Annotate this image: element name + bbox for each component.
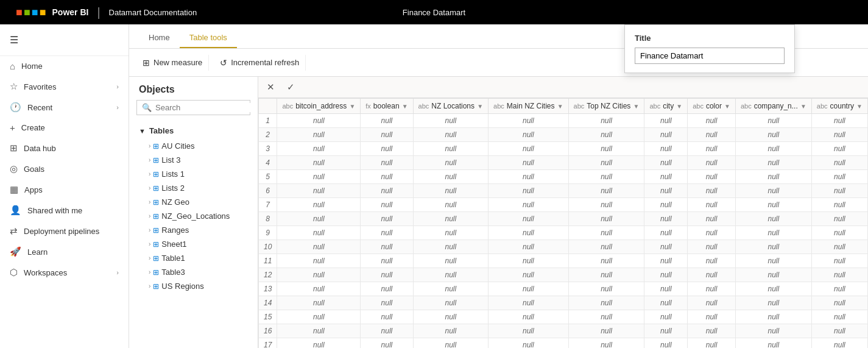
sidebar-item-apps[interactable]: ▦ Apps <box>0 179 129 200</box>
new-measure-button[interactable]: ⊞ New measure <box>136 55 209 71</box>
col-header-nz-locations[interactable]: abc NZ Locations ▼ <box>413 99 489 114</box>
sidebar-item-deployment[interactable]: ⇄ Deployment pipelines <box>0 221 129 241</box>
hamburger-button[interactable]: ☰ <box>0 29 129 51</box>
tree-item-nz-geo[interactable]: › ⊞ NZ Geo <box>129 195 258 209</box>
col-dropdown-icon[interactable]: ▼ <box>349 103 355 110</box>
tree-item-table3[interactable]: › ⊞ Table3 <box>129 265 258 279</box>
table-icon: ⊞ <box>153 142 159 151</box>
incremental-refresh-button[interactable]: ↺ Incremental refresh <box>214 55 306 71</box>
table-cell: null <box>735 184 811 198</box>
table-row: 12nullnullnullnullnullnullnullnullnull <box>259 268 868 282</box>
table-cell: null <box>644 114 688 128</box>
table-cell: null <box>489 212 569 226</box>
objects-search[interactable]: 🔍 <box>136 100 250 115</box>
sidebar-item-create[interactable]: + Create <box>0 118 129 138</box>
table-cell: null <box>277 114 361 128</box>
sidebar-item-deployment-label: Deployment pipelines <box>24 227 119 236</box>
discard-button[interactable]: ✕ <box>263 80 278 94</box>
powerbi-label: Power BI <box>52 7 89 17</box>
table-cell: null <box>413 310 489 324</box>
tree-item-lists1[interactable]: › ⊞ Lists 1 <box>129 167 258 181</box>
col-header-bitcoin-address[interactable]: abc bitcoin_address ▼ <box>277 99 361 114</box>
table-cell: null <box>413 338 489 349</box>
col-header-country[interactable]: abc country ▼ <box>811 99 867 114</box>
row-number: 14 <box>259 296 277 310</box>
confirm-button[interactable]: ✓ <box>283 80 298 94</box>
tree-item-sheet1[interactable]: › ⊞ Sheet1 <box>129 237 258 251</box>
sidebar-item-home[interactable]: ⌂ Home <box>0 56 129 76</box>
tree-item-label: AU Cities <box>161 141 194 151</box>
table-cell: null <box>811 254 867 268</box>
col-dropdown-icon[interactable]: ▼ <box>724 103 730 110</box>
title-input[interactable] <box>635 48 785 64</box>
table-cell: null <box>277 310 361 324</box>
sidebar-item-recent[interactable]: 🕐 Recent › <box>0 97 129 118</box>
col-dropdown-icon[interactable]: ▼ <box>800 103 806 110</box>
col-label: city <box>663 102 674 110</box>
col-header-main-nz-cities[interactable]: abc Main NZ Cities ▼ <box>489 99 569 114</box>
table-cell: null <box>568 310 644 324</box>
table-cell: null <box>735 142 811 156</box>
tables-section-header[interactable]: ▼ Tables <box>129 123 258 139</box>
sidebar-item-favorites[interactable]: ☆ Favorites › <box>0 76 129 97</box>
sidebar-item-data-hub[interactable]: ⊞ Data hub <box>0 138 129 158</box>
col-dropdown-icon[interactable]: ▼ <box>856 103 863 110</box>
tree-item-us-regions[interactable]: › ⊞ US Regions <box>129 279 258 293</box>
table-cell: null <box>361 170 413 184</box>
table-icon: ⊞ <box>153 156 159 165</box>
tree-item-lists2[interactable]: › ⊞ Lists 2 <box>129 181 258 195</box>
table-icon: ⊞ <box>153 240 159 249</box>
col-type-icon: abc <box>741 102 752 110</box>
tab-table-tools[interactable]: Table tools <box>180 28 237 48</box>
col-dropdown-icon[interactable]: ▼ <box>633 103 640 110</box>
col-header-company-n[interactable]: abc company_n... ▼ <box>735 99 811 114</box>
favorites-icon: ☆ <box>10 81 18 92</box>
tab-home[interactable]: Home <box>139 28 180 48</box>
tree-item-nz-geo-locations[interactable]: › ⊞ NZ_Geo_Locations <box>129 209 258 223</box>
table-cell: null <box>277 198 361 212</box>
workspace: Objects 🔍 ▼ Tables › ⊞ AU Cities <box>129 77 868 348</box>
table-cell: null <box>735 338 811 349</box>
sidebar-item-shared[interactable]: 👤 Shared with me <box>0 200 129 221</box>
row-number: 10 <box>259 240 277 254</box>
sidebar-item-learn[interactable]: 🚀 Learn <box>0 241 129 262</box>
table-cell: null <box>413 170 489 184</box>
table-cell: null <box>811 212 867 226</box>
table-cell: null <box>568 184 644 198</box>
table-cell: null <box>688 338 736 349</box>
table-cell: null <box>644 254 688 268</box>
chevron-right-icon: › <box>116 104 119 111</box>
sidebar-item-workspaces[interactable]: ⬡ Workspaces › <box>0 262 129 283</box>
row-number: 15 <box>259 310 277 324</box>
tree-item-au-cities[interactable]: › ⊞ AU Cities <box>129 139 258 153</box>
col-label: Main NZ Cities <box>507 102 555 110</box>
col-header-city[interactable]: abc city ▼ <box>644 99 688 114</box>
col-header-top-nz-cities[interactable]: abc Top NZ Cities ▼ <box>568 99 644 114</box>
col-header-color[interactable]: abc color ▼ <box>688 99 736 114</box>
tree-item-ranges[interactable]: › ⊞ Ranges <box>129 223 258 237</box>
table-row: 9nullnullnullnullnullnullnullnullnull <box>259 226 868 240</box>
tree-item-list3[interactable]: › ⊞ List 3 <box>129 153 258 167</box>
table-cell: null <box>688 296 736 310</box>
col-dropdown-icon[interactable]: ▼ <box>557 103 563 110</box>
table-action-toolbar: ✕ ✓ <box>258 77 868 98</box>
table-cell: null <box>361 310 413 324</box>
sidebar: ☰ ⌂ Home ☆ Favorites › 🕐 Recent › + Crea… <box>0 24 129 348</box>
search-input[interactable] <box>155 103 258 112</box>
col-dropdown-icon[interactable]: ▼ <box>676 103 682 110</box>
table-row: 15nullnullnullnullnullnullnullnullnull <box>259 310 868 324</box>
home-icon: ⌂ <box>10 61 15 71</box>
sidebar-item-goals[interactable]: ◎ Goals <box>0 158 129 179</box>
table-cell: null <box>361 240 413 254</box>
table-cell: null <box>811 268 867 282</box>
tree-item-table1[interactable]: › ⊞ Table1 <box>129 251 258 265</box>
tree-chevron-icon: › <box>149 185 150 191</box>
col-dropdown-icon[interactable]: ▼ <box>477 103 483 110</box>
tables-label: Tables <box>149 126 174 135</box>
col-header-boolean[interactable]: fx boolean ▼ <box>361 99 413 114</box>
col-dropdown-icon[interactable]: ▼ <box>402 103 408 110</box>
table-cell: null <box>735 310 811 324</box>
table-cell: null <box>688 142 736 156</box>
table-cell: null <box>811 226 867 240</box>
tree-item-label: NZ_Geo_Locations <box>161 211 230 221</box>
